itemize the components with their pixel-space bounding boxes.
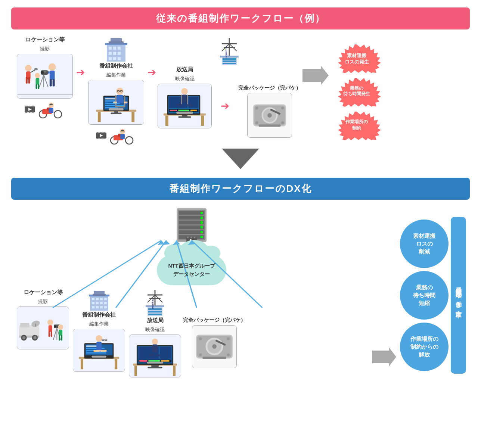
svg-rect-237	[146, 305, 164, 307]
svg-rect-209	[104, 306, 107, 308]
problem-3: 作業場所の 制約	[332, 111, 381, 141]
svg-rect-106	[189, 97, 199, 108]
motorcycle-1	[35, 100, 65, 119]
svg-rect-240	[148, 314, 162, 315]
svg-rect-219	[86, 348, 105, 349]
tv-tower-svg-bottom: TELEVISION	[142, 289, 168, 317]
svg-rect-56	[105, 98, 117, 99]
solutions-area: 素材運搬ロスの削減 業務の待ち時間短縮 作業場所の制約からの解放 番組制作現場の…	[400, 217, 466, 374]
svg-rect-96	[223, 60, 236, 62]
svg-rect-43	[113, 52, 116, 55]
svg-rect-78	[97, 138, 98, 139]
svg-point-224	[96, 335, 102, 342]
svg-rect-75	[97, 132, 98, 133]
svg-rect-198	[92, 298, 94, 300]
svg-rect-193	[59, 330, 62, 336]
step-production: 番組制作会社 編集作業	[86, 36, 146, 145]
svg-rect-158	[187, 237, 189, 238]
svg-text:TELEVISION: TELEVISION	[225, 46, 227, 57]
datacenter-line1: NTT西日本グループ	[168, 263, 215, 269]
solution-1: 素材運搬ロスの削減	[400, 220, 449, 268]
film-strip-icon-2	[96, 131, 107, 140]
svg-rect-24	[25, 106, 27, 107]
datacenter-label: NTT西日本グループ データセンター	[168, 263, 215, 277]
svg-rect-205	[104, 302, 107, 304]
step-broadcast-2: TELEVISION 放送局 映像確認	[127, 289, 183, 377]
svg-marker-142	[222, 149, 259, 169]
svg-rect-230	[91, 356, 106, 358]
svg-rect-115	[181, 95, 182, 106]
svg-rect-2	[50, 71, 55, 80]
svg-rect-108	[170, 110, 177, 111]
arrow-2: ➔	[148, 66, 156, 78]
svg-rect-77	[103, 132, 105, 133]
top-section: 従来の番組制作ワークフロー（例） ロケーション等 撮影	[11, 7, 470, 145]
svg-point-83	[125, 137, 133, 144]
hdd-svg-top	[247, 93, 292, 137]
solution-1-label: 素材運搬ロスの削減	[413, 232, 435, 255]
svg-rect-186	[51, 331, 52, 337]
svg-rect-101	[165, 116, 168, 126]
svg-rect-218	[86, 345, 97, 347]
svg-rect-70	[115, 106, 125, 108]
delivery-bike-top-2	[96, 126, 137, 145]
broadcast-and-package: 放送局 映像確認	[158, 66, 301, 138]
svg-rect-14	[26, 77, 28, 84]
svg-rect-36	[49, 108, 53, 113]
svg-rect-41	[118, 47, 121, 50]
step-production-2-subtitle: 編集作業	[89, 321, 109, 327]
step-broadcast-subtitle: 映像確認	[175, 75, 195, 82]
svg-rect-27	[25, 112, 27, 113]
arrow-1: ➔	[76, 66, 85, 78]
step-location-2-subtitle: 撮影	[38, 298, 48, 305]
svg-rect-15	[28, 77, 30, 84]
svg-point-183	[47, 319, 53, 325]
step-location-title: ロケーション等	[25, 36, 65, 43]
svg-rect-69	[124, 95, 125, 106]
svg-point-7	[41, 71, 44, 74]
svg-rect-87	[120, 134, 125, 139]
svg-rect-73	[109, 108, 123, 111]
spiky-2-svg: 業務の 待ち時間発生	[332, 77, 381, 107]
big-arrow-svg	[302, 66, 329, 85]
step-broadcast-illus	[158, 84, 212, 128]
svg-rect-28	[29, 112, 30, 113]
main-container: 従来の番組制作ワークフロー（例） ロケーション等 撮影	[0, 0, 481, 385]
svg-marker-273	[372, 348, 396, 366]
svg-rect-244	[134, 365, 137, 376]
svg-point-270	[199, 353, 202, 356]
svg-rect-204	[100, 302, 103, 304]
step-production-subtitle: 編集作業	[106, 72, 126, 78]
step-package-2-illus	[192, 325, 237, 368]
svg-rect-148	[201, 217, 203, 219]
svg-rect-46	[113, 57, 116, 60]
svg-rect-211	[93, 294, 106, 296]
step-production-2: 番組制作会社 編集作業	[71, 289, 127, 372]
svg-marker-132	[302, 66, 329, 85]
step-broadcast-2-subtitle: 映像確認	[145, 326, 165, 333]
step-production-2-title: 番組制作会社	[82, 311, 116, 318]
svg-rect-76	[100, 132, 102, 133]
step-location-2: ロケーション等 撮影	[15, 289, 71, 349]
problem-1: 素材運搬 ロスの発生	[332, 44, 381, 74]
svg-rect-68	[115, 95, 117, 106]
svg-point-188	[54, 325, 56, 327]
svg-point-1	[49, 63, 56, 71]
cloud-datacenter-area: NTT西日本グループ データセンター	[15, 206, 368, 285]
step-package-2: 完全パッケージ（完パケ）	[183, 317, 246, 368]
step-production-illus	[88, 80, 144, 125]
svg-point-256	[152, 339, 158, 345]
down-arrow-svg	[218, 149, 263, 171]
separator-arrow	[11, 149, 470, 174]
svg-rect-72	[124, 102, 128, 103]
svg-rect-117	[177, 104, 182, 106]
svg-rect-62	[111, 113, 122, 114]
svg-rect-119	[176, 112, 193, 114]
svg-rect-272	[203, 357, 226, 359]
step-package-subtitle: 完全パッケージ（完パケ）	[238, 85, 301, 91]
svg-rect-114	[182, 95, 187, 103]
arrow-3: ➔	[221, 100, 229, 112]
svg-point-180	[22, 336, 25, 339]
step-package-illus	[247, 93, 292, 138]
svg-rect-227	[96, 342, 102, 350]
